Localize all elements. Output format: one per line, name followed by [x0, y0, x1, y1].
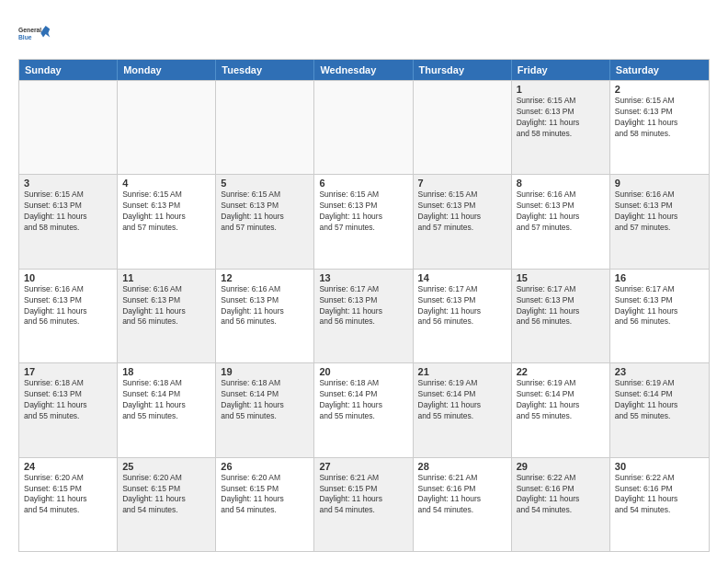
- calendar-cell: 30Sunrise: 6:22 AM Sunset: 6:16 PM Dayli…: [610, 458, 709, 551]
- calendar-cell: 23Sunrise: 6:19 AM Sunset: 6:14 PM Dayli…: [610, 363, 709, 456]
- calendar-header-day: Monday: [118, 60, 216, 80]
- calendar-header-day: Friday: [512, 60, 610, 80]
- day-number: 15: [517, 272, 605, 283]
- day-number: 16: [615, 272, 704, 283]
- calendar-cell: [414, 81, 512, 174]
- day-info: Sunrise: 6:17 AM Sunset: 6:13 PM Dayligh…: [517, 284, 605, 328]
- day-number: 26: [221, 461, 309, 472]
- calendar-row: 1Sunrise: 6:15 AM Sunset: 6:13 PM Daylig…: [19, 80, 709, 174]
- day-info: Sunrise: 6:17 AM Sunset: 6:13 PM Dayligh…: [319, 284, 407, 328]
- calendar-cell: 28Sunrise: 6:21 AM Sunset: 6:16 PM Dayli…: [414, 458, 512, 551]
- day-info: Sunrise: 6:16 AM Sunset: 6:13 PM Dayligh…: [615, 190, 704, 234]
- day-info: Sunrise: 6:18 AM Sunset: 6:14 PM Dayligh…: [221, 378, 309, 422]
- page: General Blue SundayMondayTuesdayWednesda…: [0, 0, 728, 563]
- calendar-cell: 26Sunrise: 6:20 AM Sunset: 6:15 PM Dayli…: [216, 458, 314, 551]
- day-info: Sunrise: 6:20 AM Sunset: 6:15 PM Dayligh…: [221, 473, 309, 517]
- calendar-cell: 6Sunrise: 6:15 AM Sunset: 6:13 PM Daylig…: [314, 175, 413, 268]
- day-info: Sunrise: 6:17 AM Sunset: 6:13 PM Dayligh…: [418, 284, 506, 328]
- day-number: 14: [418, 272, 506, 283]
- general-blue-logo-icon: General Blue: [18, 17, 51, 50]
- day-number: 18: [122, 366, 210, 377]
- calendar-cell: 1Sunrise: 6:15 AM Sunset: 6:13 PM Daylig…: [512, 81, 610, 174]
- day-number: 12: [221, 272, 309, 283]
- calendar-cell: 7Sunrise: 6:15 AM Sunset: 6:13 PM Daylig…: [414, 175, 512, 268]
- day-info: Sunrise: 6:20 AM Sunset: 6:15 PM Dayligh…: [24, 473, 112, 517]
- day-info: Sunrise: 6:17 AM Sunset: 6:13 PM Dayligh…: [615, 284, 704, 328]
- calendar-header: SundayMondayTuesdayWednesdayThursdayFrid…: [19, 60, 709, 80]
- day-number: 3: [24, 178, 112, 189]
- day-info: Sunrise: 6:19 AM Sunset: 6:14 PM Dayligh…: [418, 378, 506, 422]
- calendar-cell: [314, 81, 413, 174]
- day-number: 24: [24, 461, 112, 472]
- day-info: Sunrise: 6:15 AM Sunset: 6:13 PM Dayligh…: [122, 190, 210, 234]
- day-number: 9: [615, 178, 704, 189]
- header: General Blue: [18, 17, 710, 50]
- day-number: 25: [122, 461, 210, 472]
- svg-text:Blue: Blue: [18, 34, 32, 40]
- calendar-cell: [118, 81, 216, 174]
- calendar-cell: [19, 81, 118, 174]
- day-number: 2: [615, 84, 704, 95]
- svg-marker-2: [40, 26, 50, 38]
- calendar-cell: 16Sunrise: 6:17 AM Sunset: 6:13 PM Dayli…: [610, 270, 709, 362]
- calendar-row: 24Sunrise: 6:20 AM Sunset: 6:15 PM Dayli…: [19, 457, 709, 551]
- day-info: Sunrise: 6:16 AM Sunset: 6:13 PM Dayligh…: [122, 284, 210, 328]
- calendar-cell: 9Sunrise: 6:16 AM Sunset: 6:13 PM Daylig…: [610, 175, 709, 268]
- calendar-cell: 10Sunrise: 6:16 AM Sunset: 6:13 PM Dayli…: [19, 270, 118, 362]
- calendar-cell: 27Sunrise: 6:21 AM Sunset: 6:15 PM Dayli…: [314, 458, 413, 551]
- day-info: Sunrise: 6:22 AM Sunset: 6:16 PM Dayligh…: [615, 473, 704, 517]
- calendar-header-day: Wednesday: [314, 60, 413, 80]
- day-number: 4: [122, 178, 210, 189]
- logo: General Blue: [18, 17, 51, 50]
- calendar-cell: 22Sunrise: 6:19 AM Sunset: 6:14 PM Dayli…: [512, 363, 610, 456]
- day-number: 6: [319, 178, 407, 189]
- calendar-cell: 19Sunrise: 6:18 AM Sunset: 6:14 PM Dayli…: [216, 363, 314, 456]
- calendar-row: 3Sunrise: 6:15 AM Sunset: 6:13 PM Daylig…: [19, 174, 709, 268]
- calendar-header-day: Thursday: [414, 60, 512, 80]
- calendar-cell: 8Sunrise: 6:16 AM Sunset: 6:13 PM Daylig…: [512, 175, 610, 268]
- calendar-cell: 3Sunrise: 6:15 AM Sunset: 6:13 PM Daylig…: [19, 175, 118, 268]
- day-info: Sunrise: 6:19 AM Sunset: 6:14 PM Dayligh…: [615, 378, 704, 422]
- day-number: 27: [319, 461, 407, 472]
- day-number: 7: [418, 178, 506, 189]
- day-number: 10: [24, 272, 112, 283]
- day-number: 30: [615, 461, 704, 472]
- day-info: Sunrise: 6:22 AM Sunset: 6:16 PM Dayligh…: [517, 473, 605, 517]
- calendar-cell: 29Sunrise: 6:22 AM Sunset: 6:16 PM Dayli…: [512, 458, 610, 551]
- day-info: Sunrise: 6:18 AM Sunset: 6:13 PM Dayligh…: [24, 378, 112, 422]
- calendar-row: 10Sunrise: 6:16 AM Sunset: 6:13 PM Dayli…: [19, 269, 709, 362]
- day-info: Sunrise: 6:18 AM Sunset: 6:14 PM Dayligh…: [122, 378, 210, 422]
- calendar: SundayMondayTuesdayWednesdayThursdayFrid…: [18, 59, 710, 552]
- day-info: Sunrise: 6:15 AM Sunset: 6:13 PM Dayligh…: [24, 190, 112, 234]
- day-info: Sunrise: 6:15 AM Sunset: 6:13 PM Dayligh…: [517, 96, 605, 140]
- calendar-cell: 17Sunrise: 6:18 AM Sunset: 6:13 PM Dayli…: [19, 363, 118, 456]
- day-number: 17: [24, 366, 112, 377]
- day-number: 29: [517, 461, 605, 472]
- calendar-body: 1Sunrise: 6:15 AM Sunset: 6:13 PM Daylig…: [19, 80, 709, 551]
- day-info: Sunrise: 6:15 AM Sunset: 6:13 PM Dayligh…: [615, 96, 704, 140]
- day-number: 1: [517, 84, 605, 95]
- svg-text:General: General: [18, 27, 41, 33]
- calendar-header-day: Sunday: [19, 60, 118, 80]
- calendar-cell: 24Sunrise: 6:20 AM Sunset: 6:15 PM Dayli…: [19, 458, 118, 551]
- calendar-cell: 2Sunrise: 6:15 AM Sunset: 6:13 PM Daylig…: [610, 81, 709, 174]
- day-info: Sunrise: 6:21 AM Sunset: 6:16 PM Dayligh…: [418, 473, 506, 517]
- day-number: 13: [319, 272, 407, 283]
- day-info: Sunrise: 6:15 AM Sunset: 6:13 PM Dayligh…: [319, 190, 407, 234]
- day-number: 23: [615, 366, 704, 377]
- calendar-cell: 25Sunrise: 6:20 AM Sunset: 6:15 PM Dayli…: [118, 458, 216, 551]
- calendar-cell: 21Sunrise: 6:19 AM Sunset: 6:14 PM Dayli…: [414, 363, 512, 456]
- day-info: Sunrise: 6:15 AM Sunset: 6:13 PM Dayligh…: [221, 190, 309, 234]
- day-info: Sunrise: 6:16 AM Sunset: 6:13 PM Dayligh…: [24, 284, 112, 328]
- calendar-cell: 13Sunrise: 6:17 AM Sunset: 6:13 PM Dayli…: [314, 270, 413, 362]
- day-number: 19: [221, 366, 309, 377]
- day-number: 28: [418, 461, 506, 472]
- calendar-header-day: Saturday: [610, 60, 709, 80]
- day-info: Sunrise: 6:20 AM Sunset: 6:15 PM Dayligh…: [122, 473, 210, 517]
- day-info: Sunrise: 6:16 AM Sunset: 6:13 PM Dayligh…: [221, 284, 309, 328]
- day-info: Sunrise: 6:21 AM Sunset: 6:15 PM Dayligh…: [319, 473, 407, 517]
- calendar-cell: 18Sunrise: 6:18 AM Sunset: 6:14 PM Dayli…: [118, 363, 216, 456]
- day-number: 5: [221, 178, 309, 189]
- calendar-row: 17Sunrise: 6:18 AM Sunset: 6:13 PM Dayli…: [19, 362, 709, 456]
- calendar-cell: 14Sunrise: 6:17 AM Sunset: 6:13 PM Dayli…: [414, 270, 512, 362]
